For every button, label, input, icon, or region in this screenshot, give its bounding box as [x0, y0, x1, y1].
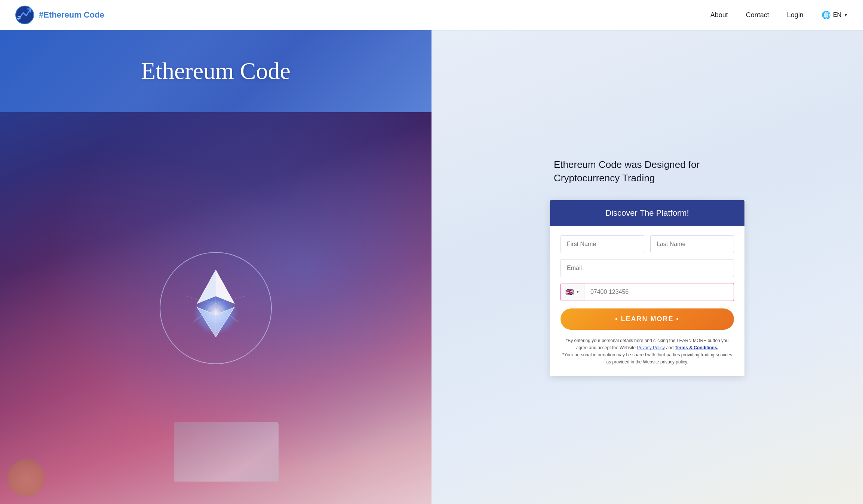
- form-header-text: Discover The Platform!: [605, 208, 689, 218]
- hero-right: Ethereum Code was Designed for Cryptocur…: [432, 30, 863, 504]
- phone-flag-chevron-icon: ▼: [576, 290, 580, 294]
- coin-decoration: [7, 459, 45, 497]
- language-selector[interactable]: 🌐 EN ▼: [821, 10, 848, 19]
- logo-text: #Ethereum Code: [39, 10, 104, 20]
- disclaimer-part2: and: [665, 345, 675, 350]
- hero-title: Ethereum Code: [141, 57, 291, 85]
- globe-icon: 🌐: [821, 10, 831, 19]
- nav-about[interactable]: About: [710, 11, 728, 19]
- flag-emoji: 🇬🇧: [565, 288, 574, 296]
- phone-row: 🇬🇧 ▼: [561, 283, 734, 301]
- disclaimer-text: *By entering your personal details here …: [561, 337, 734, 366]
- hero-subtitle-text: Ethereum Code was Designed for Cryptocur…: [554, 159, 700, 184]
- learn-more-button[interactable]: • LEARN MORE •: [561, 308, 734, 330]
- laptop-decoration: [174, 422, 279, 482]
- phone-input[interactable]: [584, 283, 734, 301]
- lang-chevron-icon: ▼: [844, 12, 848, 18]
- site-header: #Ethereum Code About Contact Login 🌐 EN …: [0, 0, 863, 30]
- main-nav: About Contact Login 🌐 EN ▼: [710, 10, 848, 19]
- form-header: Discover The Platform!: [550, 200, 744, 226]
- hero-subtitle: Ethereum Code was Designed for Cryptocur…: [554, 158, 741, 185]
- terms-link[interactable]: Terms & Conditions.: [675, 345, 718, 350]
- lang-label: EN: [833, 12, 841, 18]
- last-name-input[interactable]: [650, 235, 734, 253]
- logo-icon: [15, 5, 34, 25]
- phone-flag-selector[interactable]: 🇬🇧 ▼: [561, 283, 584, 301]
- nav-contact[interactable]: Contact: [746, 11, 769, 19]
- privacy-policy-link[interactable]: Privacy Policy: [637, 345, 665, 350]
- ethereum-diamond-container: [156, 248, 276, 368]
- name-row: [561, 235, 734, 253]
- signup-form-card: Discover The Platform! 🇬🇧 ▼ • LEARN MORE…: [550, 200, 744, 377]
- email-input[interactable]: [561, 259, 734, 277]
- hero-left: Ethereum Code: [0, 30, 432, 504]
- nav-login[interactable]: Login: [787, 11, 804, 19]
- hero-image-area: [0, 112, 432, 504]
- first-name-input[interactable]: [561, 235, 644, 253]
- hero-section: Ethereum Code: [0, 30, 863, 504]
- hero-blue-top: Ethereum Code: [0, 30, 432, 112]
- disclaimer-part3: *Your personal information may be shared…: [562, 352, 732, 365]
- logo-area[interactable]: #Ethereum Code: [15, 5, 104, 25]
- form-body: 🇬🇧 ▼ • LEARN MORE • *By entering your pe…: [550, 226, 744, 377]
- eth-diamond-icon: [186, 266, 246, 342]
